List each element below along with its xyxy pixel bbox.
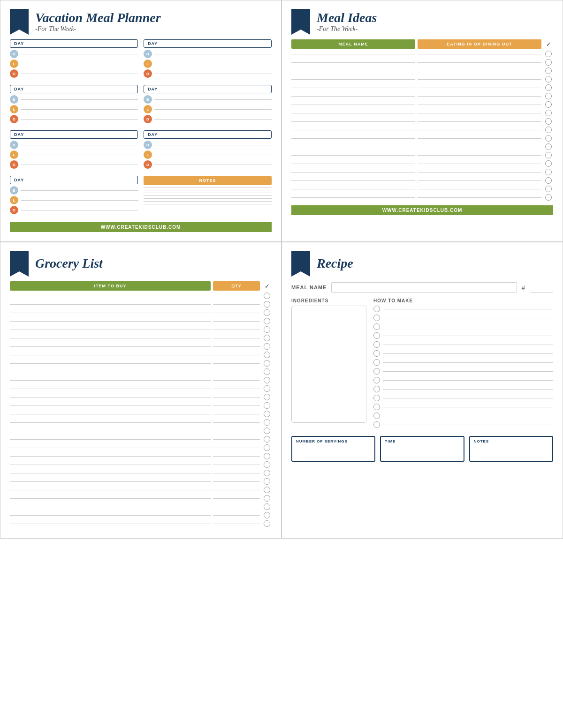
meal-line-d2: [154, 74, 272, 74]
mi-circle-0[interactable]: [545, 51, 552, 57]
gl-circle-22[interactable]: [264, 478, 270, 485]
recipe-circle-6[interactable]: [373, 359, 380, 366]
gl-circle-12[interactable]: [264, 394, 270, 400]
vmp-subtitle: -For The Week-: [35, 25, 161, 33]
gl-cell-qty-18: [213, 448, 260, 448]
day-label-7[interactable]: DAY: [10, 176, 138, 184]
gl-circle-14[interactable]: [264, 411, 270, 417]
day-label-6[interactable]: DAY: [144, 130, 272, 139]
mi-circle-4[interactable]: [545, 84, 552, 91]
notes-label: NOTES: [144, 176, 272, 185]
mi-circle-6[interactable]: [545, 101, 552, 108]
gl-circle-5[interactable]: [264, 335, 270, 341]
recipe-circle-0[interactable]: [373, 306, 380, 312]
mi-circle-15[interactable]: [545, 177, 552, 184]
recipe-circle-12[interactable]: [373, 413, 380, 419]
how-row: [373, 341, 553, 348]
gl-circle-10[interactable]: [264, 377, 270, 383]
mi-circle-13[interactable]: [545, 160, 552, 167]
gl-circle-25[interactable]: [264, 503, 270, 510]
gl-circle-13[interactable]: [264, 402, 270, 409]
meal-line-b2: [154, 54, 272, 54]
gl-circle-0[interactable]: [264, 293, 270, 299]
vmp-header-text: Vacation Meal Planner -For The Week-: [35, 11, 161, 33]
how-row: [373, 315, 553, 321]
mi-circle-16[interactable]: [545, 186, 552, 192]
how-row: [373, 323, 553, 330]
gl-cell-qty-3: [213, 321, 260, 322]
gl-circle-1[interactable]: [264, 301, 270, 308]
mi-circle-7[interactable]: [545, 110, 552, 116]
mi-circle-11[interactable]: [545, 143, 552, 150]
day-block-3: DAY B L D: [10, 85, 138, 125]
mi-circle-12[interactable]: [545, 152, 552, 158]
mi-circle-8[interactable]: [545, 118, 552, 125]
day-label-3[interactable]: DAY: [10, 85, 138, 93]
meal-line-d5: [21, 165, 138, 165]
recipe-circle-2[interactable]: [373, 323, 380, 330]
recipe-number-input[interactable]: [530, 282, 553, 293]
mi-col1-header: MEAL NAME: [291, 39, 415, 49]
gl-cell-item-21: [10, 473, 211, 473]
grocery-row: [10, 495, 272, 502]
recipe-circle-1[interactable]: [373, 315, 380, 321]
recipe-circle-3[interactable]: [373, 332, 380, 339]
mi-circle-3[interactable]: [545, 76, 552, 83]
recipe-circle-11[interactable]: [373, 404, 380, 410]
recipe-circle-13[interactable]: [373, 421, 380, 428]
recipe-circle-5[interactable]: [373, 350, 380, 357]
day-label-4[interactable]: DAY: [144, 85, 272, 93]
mi-circle-17[interactable]: [545, 194, 552, 201]
day-label-1[interactable]: DAY: [10, 39, 138, 48]
gl-cell-qty-2: [213, 313, 260, 313]
meal-row-l4: L: [144, 105, 272, 113]
gl-circle-19[interactable]: [264, 453, 270, 459]
gl-circle-26[interactable]: [264, 512, 270, 518]
gl-circle-6[interactable]: [264, 343, 270, 350]
how-line-12: [383, 416, 553, 416]
mi-cell-name-10: [291, 138, 415, 139]
recipe-meal-input[interactable]: [331, 282, 517, 293]
ingredients-box[interactable]: [291, 306, 366, 423]
mi-circle-1[interactable]: [545, 59, 552, 66]
gl-circle-15[interactable]: [264, 419, 270, 426]
gl-circle-9[interactable]: [264, 368, 270, 375]
day-label-5[interactable]: DAY: [10, 130, 138, 139]
mi-circle-14[interactable]: [545, 169, 552, 175]
gl-circle-18[interactable]: [264, 444, 270, 451]
notes-line-2: [144, 190, 272, 190]
recipe-circle-7[interactable]: [373, 368, 380, 375]
gl-circle-7[interactable]: [264, 352, 270, 358]
meal-line-b4: [154, 99, 272, 100]
recipe-circle-10[interactable]: [373, 395, 380, 401]
gl-circle-17[interactable]: [264, 436, 270, 443]
gl-circle-11[interactable]: [264, 385, 270, 392]
mi-circle-9[interactable]: [545, 127, 552, 133]
mi-circle-10[interactable]: [545, 135, 552, 142]
gl-cell-item-9: [10, 372, 211, 372]
gl-circle-21[interactable]: [264, 470, 270, 476]
mi-cell-name-6: [291, 105, 415, 105]
recipe-circle-4[interactable]: [373, 341, 380, 348]
gl-circle-27[interactable]: [264, 520, 270, 527]
day-label-2[interactable]: DAY: [144, 39, 272, 48]
mi-circle-2[interactable]: [545, 68, 552, 74]
recipe-circle-8[interactable]: [373, 377, 380, 383]
gl-circle-23[interactable]: [264, 487, 270, 493]
gl-circle-8[interactable]: [264, 360, 270, 367]
mi-circle-5[interactable]: [545, 93, 552, 99]
mi-cell-type-5: [418, 96, 541, 97]
gl-circle-4[interactable]: [264, 326, 270, 333]
recipe-circle-9[interactable]: [373, 386, 380, 392]
gl-circle-24[interactable]: [264, 495, 270, 502]
gl-circle-3[interactable]: [264, 318, 270, 324]
gl-circle-20[interactable]: [264, 461, 270, 468]
how-row: [373, 404, 553, 410]
gl-circle-16[interactable]: [264, 428, 270, 434]
gl-circle-2[interactable]: [264, 309, 270, 316]
grocery-row: [10, 470, 272, 476]
grocery-row: [10, 377, 272, 383]
recipe-meal-name-row: MEAL NAME #: [291, 282, 553, 293]
meal-ideas: Meal Ideas -For The Week- MEAL NAME EATI…: [282, 0, 563, 242]
notes-label-recipe: NOTES: [474, 439, 548, 443]
